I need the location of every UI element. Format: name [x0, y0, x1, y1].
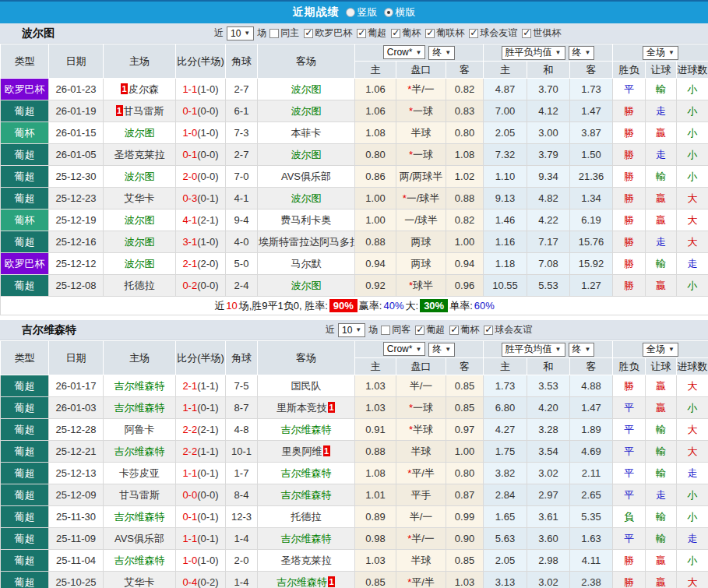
away-team-cell: 里奥阿维1: [258, 441, 355, 463]
final-select[interactable]: 终▼: [428, 46, 455, 60]
fullmatch-select[interactable]: 全场▼: [643, 46, 678, 60]
handicap-home-odds-cell: 1.03: [355, 375, 396, 397]
crow-select[interactable]: Crow*▼: [383, 45, 426, 59]
avg-away-cell: 5.35: [570, 506, 613, 528]
final-select[interactable]: 终▼: [428, 343, 455, 357]
competition-checkbox[interactable]: [391, 29, 400, 38]
radio-vertical-layout[interactable]: 竖版: [346, 5, 378, 19]
avg-home-cell: 5.63: [484, 528, 527, 550]
halftime-score: (1-1): [197, 380, 218, 392]
halftime-score: (1-0): [197, 83, 218, 95]
handicap-line-cell: *球半: [396, 275, 446, 297]
fulltime-score: 2-0: [182, 171, 197, 182]
competition-checkbox[interactable]: [469, 29, 478, 38]
home-team-name: 波尔图: [125, 127, 155, 139]
competition-checkbox[interactable]: [415, 326, 424, 335]
recent-count-select[interactable]: 10▼: [338, 323, 365, 337]
sub-column-header: 胜负: [613, 358, 646, 375]
competition-option[interactable]: 欧罗巴杯: [304, 26, 352, 40]
avg-select[interactable]: 胜平负均值▼: [502, 46, 565, 60]
home-team-cell: 吉尔维森特: [104, 397, 176, 419]
away-team-cell: 波尔图: [258, 275, 355, 297]
competition-label: 世俱杯: [533, 26, 561, 40]
avg-select[interactable]: 胜平负均值▼: [502, 343, 565, 357]
away-team-name: 吉尔维森特: [281, 533, 332, 544]
radio-on-icon[interactable]: [384, 8, 393, 17]
date-cell: 25-11-04: [49, 550, 104, 572]
score-cell: 0-1(0-0): [176, 100, 226, 122]
score-cell: 2-1(1-1): [176, 375, 226, 397]
same-venue-option[interactable]: 同客: [381, 323, 410, 336]
competition-option[interactable]: 球会友谊: [469, 26, 517, 40]
competition-cell: 葡超: [1, 550, 49, 572]
final-select-2-value: 终: [572, 46, 582, 59]
home-team-name: 甘马雷斯: [124, 105, 164, 117]
recent-count-select[interactable]: 10▼: [227, 26, 254, 40]
competition-checkbox[interactable]: [304, 29, 313, 38]
match-row: 葡超25-12-16波尔图3-1(1-0)4-0埃斯特雷拉达阿马多拉0.88两球…: [1, 231, 708, 253]
result-cell: 勝: [613, 188, 646, 209]
handicap-result-cell: 輸: [646, 463, 677, 484]
away-team-cell: 费马利卡奥: [258, 209, 355, 231]
handicap-line-cell: 半球: [396, 441, 446, 463]
avg-away-cell: 4.11: [570, 550, 613, 572]
asterisk-mark: *: [409, 105, 413, 117]
goals-result-cell: 小: [677, 506, 708, 528]
competition-option[interactable]: 葡杯: [449, 323, 479, 336]
competition-checkbox[interactable]: [522, 29, 531, 38]
column-header: 客场: [258, 44, 355, 79]
same-venue-checkbox[interactable]: [269, 29, 279, 38]
fulltime-score: 0-2: [182, 280, 197, 291]
avg-draw-cell: 9.34: [527, 166, 570, 188]
fulltime-score: 2-1: [182, 258, 197, 269]
chevron-down-icon: ▼: [668, 346, 675, 353]
radio-horizontal-layout[interactable]: 横版: [384, 5, 416, 19]
radio-vertical-label: 竖版: [358, 5, 378, 19]
competition-option[interactable]: 葡杯: [391, 26, 421, 40]
radio-off-icon[interactable]: [346, 8, 355, 17]
away-team-name: 费马利卡奥: [281, 214, 332, 226]
crow-select[interactable]: Crow*▼: [383, 342, 426, 356]
competition-checkbox[interactable]: [484, 326, 493, 335]
competition-checkbox[interactable]: [425, 29, 435, 38]
corners-cell: 2-4: [226, 275, 258, 297]
handicap-away-odds-cell: 0.83: [446, 100, 484, 122]
goals-result-cell: 大: [677, 419, 708, 441]
competition-checkbox[interactable]: [357, 29, 366, 38]
home-team-name: 吉尔维森特: [114, 445, 165, 457]
handicap-result-cell: 走: [646, 144, 677, 166]
home-team-cell: 1皮尔森: [104, 79, 176, 100]
competition-cell: 葡超: [1, 397, 49, 419]
result-cell: 勝: [613, 375, 646, 397]
handicap-line: *平/半: [407, 467, 435, 479]
competition-option[interactable]: 世俱杯: [522, 26, 561, 40]
final-select-2[interactable]: 终▼: [569, 46, 595, 60]
avg-draw-cell: 3.79: [527, 144, 570, 166]
date-cell: 25-12-23: [49, 188, 104, 209]
team-name: 吉尔维森特: [22, 323, 76, 337]
handicap-line-cell: 两/两球半: [396, 166, 446, 188]
avg-draw-cell: 4.20: [527, 397, 570, 419]
competition-option[interactable]: 葡超: [357, 26, 386, 40]
match-row: 葡超25-12-13卡莎皮亚1-1(0-1)1-7吉尔维森特1.08*平/半0.…: [1, 463, 708, 484]
away-team-cell: 本菲卡: [258, 122, 355, 144]
avg-home-cell: 1.75: [484, 441, 527, 463]
final-select-2[interactable]: 终▼: [569, 343, 595, 357]
competition-option[interactable]: 葡联杯: [425, 26, 464, 40]
same-venue-option[interactable]: 同主: [269, 26, 299, 40]
competition-checkbox[interactable]: [449, 326, 459, 335]
fullmatch-select[interactable]: 全场▼: [643, 343, 678, 357]
column-header: 角球: [226, 44, 258, 79]
column-header: 类型: [1, 341, 49, 375]
competition-label: 葡杯: [460, 323, 479, 336]
competition-option[interactable]: 球会友谊: [484, 323, 532, 336]
away-team-cell: 波尔图: [258, 100, 355, 122]
same-venue-checkbox[interactable]: [381, 326, 390, 335]
away-team-name: 波尔图: [291, 83, 322, 95]
date-cell: 25-12-21: [49, 441, 104, 463]
avg-draw-cell: 3.02: [527, 572, 570, 588]
handicap-home-odds-cell: 0.85: [355, 572, 396, 588]
chevron-down-icon: ▼: [585, 346, 591, 353]
away-team-name: 本菲卡: [291, 127, 322, 139]
competition-option[interactable]: 葡超: [415, 323, 445, 336]
